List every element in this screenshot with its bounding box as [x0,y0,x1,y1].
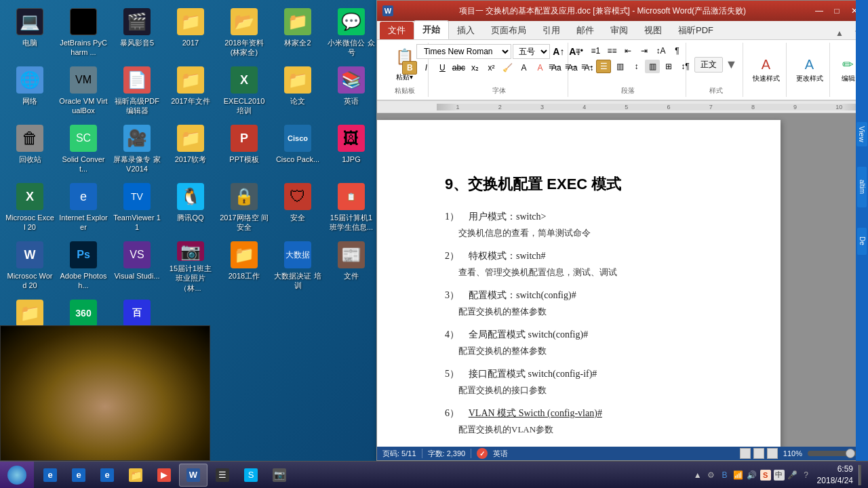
strikethrough-btn[interactable]: abc [451,61,466,75]
tab-references[interactable]: 引用 [534,22,568,39]
show-desktop-btn[interactable] [859,465,861,485]
start-button[interactable] [0,462,34,489]
taskbar-ie1[interactable]: e [37,464,64,487]
desktop-icon-wechat[interactable]: 💬 小米微信公 众号 [327,5,376,60]
desktop-icon-safe[interactable]: 🛡 安全 [273,180,322,235]
desktop-icon-screenrec[interactable]: 🎥 屏幕录像专 家V2014 [113,122,161,176]
edit-icon[interactable]: ✏ [842,56,854,73]
tray-mic[interactable]: 🎤 [787,470,798,481]
bold-btn[interactable]: B [402,61,417,75]
desktop-icon-vs[interactable]: VS Visual Studi... [113,239,161,293]
desktop-icon-ms-excel[interactable]: X Microsoc Excel 20 [5,180,54,235]
tray-imejp[interactable]: S [760,470,771,481]
desktop-icon-pycharm[interactable]: PC JetBrains PyCharm ... [59,5,108,60]
desktop-icon-paper[interactable]: 📁 论文 [273,64,322,118]
desktop-icon-netsec[interactable]: 🔒 2017网络空 间安全 [220,180,269,235]
show-hide-btn[interactable]: ¶ [669,44,684,58]
bullet-list-btn[interactable]: ≡• [572,44,587,58]
taskbar-camera[interactable]: 📷 [266,464,293,487]
text-effect-btn[interactable]: A [516,61,531,75]
desktop-icon-foxitpdf[interactable]: 📄 福昕高级PDF 编辑器 [113,64,161,118]
tray-network[interactable]: 📶 [733,470,744,481]
desktop-icon-report[interactable]: 📰 文件 [327,239,376,293]
right-panel-btn2[interactable]: altim [857,167,867,207]
tab-mail[interactable]: 邮件 [568,22,602,39]
desktop-icon-ppt[interactable]: P PPT模板 [220,122,269,176]
desktop-icon-ms-word[interactable]: W Microsoc Word 20 [5,239,54,293]
tray-up-arrow[interactable]: ▲ [692,470,703,481]
style-scroll-btn[interactable]: ▼ [726,58,738,72]
desktop-icon-2017[interactable]: 📁 2017 [166,5,215,60]
desktop-icon-qq[interactable]: 🐧 腾讯QQ [166,180,215,235]
quick-style-icon[interactable]: A [762,57,770,73]
desktop-icon-network[interactable]: 🌐 网络 [5,64,54,118]
underline-btn[interactable]: U [435,61,450,75]
tab-home[interactable]: 开始 [414,20,449,39]
desktop-icon-photo[interactable]: 📷 15届计1班主 班业照片（林... [166,239,215,293]
maximize-button[interactable]: □ [829,5,844,17]
clear-format-btn[interactable]: 🧹 [500,61,515,75]
tray-icon-1[interactable]: ⚙ [706,470,717,481]
font-name-selector[interactable]: Times New Roman [416,44,511,59]
zoom-thumb[interactable] [846,449,855,458]
shading-btn[interactable]: ▥ [645,60,660,73]
desktop-icon-ps[interactable]: Ps Adobe Photosh... [59,239,108,293]
desktop-icon-bigdata[interactable]: 大数据 大数据决证 培训 [273,239,322,293]
quick-style-label-btn[interactable]: 快速样式 [753,74,780,83]
border-btn[interactable]: ⊞ [661,60,676,73]
desktop-icon-computer[interactable]: 💻 电脑 [5,5,54,60]
taskbar-task[interactable]: ☰ [209,464,236,487]
taskbar-skype[interactable]: S [237,464,264,487]
desktop-icon-virtualbox[interactable]: VM Oracle VM VirtualBox [59,64,108,118]
document-area[interactable]: ▲ ▼ 9、交换机配置 EXEC 模式 1） 用户模式：switch> 交换机信… [377,113,867,447]
tab-foxitpdf[interactable]: 福昕PDF [670,22,722,39]
taskbar-folder[interactable]: 📁 [122,464,149,487]
desktop-icon-storm[interactable]: 🎬 暴风影音5 [113,5,161,60]
sort-btn[interactable]: ↕A [653,44,668,58]
justify-btn[interactable]: ☰ [596,60,611,73]
tab-view[interactable]: 视图 [636,22,670,39]
desktop-icon-teamviewer[interactable]: TV TeamViewer 11 [113,180,161,235]
tray-sound[interactable]: 🔊 [747,470,757,481]
edit-label-btn[interactable]: 编辑 [842,74,855,83]
taskbar-media[interactable]: ▶ [151,464,178,487]
increase-indent-btn[interactable]: ⇥ [637,44,652,58]
italic-btn[interactable]: I [418,61,433,75]
tab-layout[interactable]: 页面布局 [483,22,534,39]
minimize-button[interactable]: — [812,5,827,17]
tray-bluetooth[interactable]: B [719,470,730,481]
taskbar-ie3[interactable]: e [94,464,121,487]
align-center-btn[interactable]: ≡↔ [564,60,578,73]
desktop-icon-recycle[interactable]: 🗑 回收站 [5,122,54,176]
ribbon-minimize-btn[interactable]: ▲ [832,27,847,39]
subscript-btn[interactable]: x₂ [467,61,482,75]
align-left-btn[interactable]: ≡← [547,60,562,73]
style-normal-btn[interactable]: 正文 [694,57,723,73]
font-grow-btn[interactable]: A↑ [551,45,566,58]
zoom-slider[interactable] [808,451,862,456]
font-size-selector[interactable]: 五号 [513,44,550,59]
tab-review[interactable]: 审阅 [602,22,636,39]
desktop-icon-1jpg[interactable]: 🖼 1JPG [327,122,376,176]
change-style-icon[interactable]: A [805,57,814,73]
align-right-btn[interactable]: ≡→ [580,60,595,73]
clock-display[interactable]: 6:59 2018/4/24 [817,464,853,487]
view-web-btn[interactable] [767,448,778,459]
taskbar-word[interactable]: W [179,464,208,487]
tray-extra[interactable]: ? [801,470,812,481]
text-highlight-btn[interactable]: A [532,61,547,75]
tab-insert[interactable]: 插入 [449,22,483,39]
desktop-icon-15class[interactable]: 📋 15届计算机1 班学生信息... [327,180,376,235]
desktop-icon-linjia2[interactable]: 📁 林家全2 [273,5,322,60]
right-panel-btn3[interactable]: De [857,228,867,255]
desktop-icon-2018work[interactable]: 📁 2018工作 [220,239,269,293]
taskbar-ie2[interactable]: e [65,464,92,487]
tray-zh[interactable]: 中 [774,470,785,481]
desktop-icon-solid[interactable]: SC Solid Convert... [59,122,108,176]
change-style-label-btn[interactable]: 更改样式 [796,74,823,83]
desktop-icon-2018data[interactable]: 📂 2018年资料 (林家全) [220,5,269,60]
desktop-icon-cisco[interactable]: Cisco Cisco Pack... [273,122,322,176]
desktop-icon-2017exam[interactable]: 📁 2017软考 [166,122,215,176]
desktop-icon-2017files[interactable]: 📁 2017年文件 [166,64,215,118]
view-read-btn[interactable] [753,448,764,459]
